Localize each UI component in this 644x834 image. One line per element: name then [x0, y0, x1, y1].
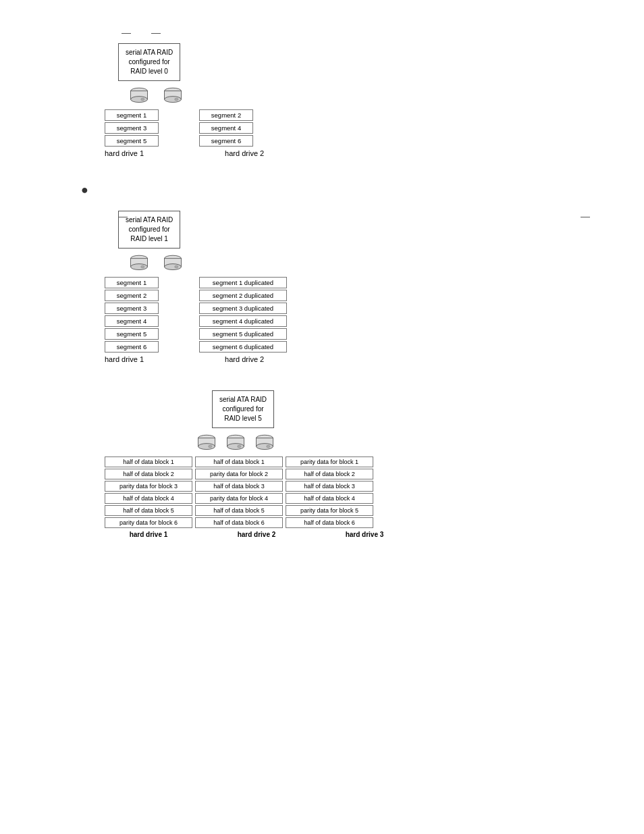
r1-seg-2-3: segment 3 duplicated [199, 303, 287, 314]
raid5-segments: half of data block 1 half of data block … [105, 457, 603, 528]
raid1-drives [128, 253, 603, 271]
raid1-drive2-icon [157, 253, 178, 271]
raid5-drive-labels: hard drive 1 hard drive 2 hard drive 3 [105, 531, 603, 538]
raid0-col1: segment 1 segment 3 segment 5 [105, 109, 159, 147]
raid1-line1: serial ATA RAID [126, 216, 173, 224]
raid5-drive3-label: hard drive 3 [321, 531, 408, 538]
raid1-segments: segment 1 segment 2 segment 3 segment 4 … [105, 277, 603, 353]
note-section: ● [81, 184, 603, 197]
raid5-drive1-label: hard drive 1 [105, 531, 192, 538]
raid0-line1: serial ATA RAID [126, 49, 173, 56]
r1-seg-1-4: segment 4 [105, 315, 159, 327]
raid0-line2: configured for [129, 58, 170, 66]
raid5-col2: half of data block 1 parity data for blo… [195, 457, 283, 528]
svg-point-27 [267, 445, 270, 448]
svg-point-14 [165, 264, 182, 270]
seg-2-1: segment 2 [199, 109, 253, 121]
raid1-col1: segment 1 segment 2 segment 3 segment 4 … [105, 277, 159, 353]
r5-c1-4: half of data block 4 [105, 493, 192, 504]
r1-seg-2-5: segment 5 duplicated [199, 328, 287, 340]
r5-c3-4: half of data block 4 [286, 493, 373, 504]
raid1-drive2-label: hard drive 2 [225, 355, 264, 363]
r5-c3-6: half of data block 6 [286, 517, 373, 528]
raid5-drive2-icon [225, 432, 246, 451]
raid5-col3: parity data for block 1 half of data blo… [286, 457, 373, 528]
raid0-drive-labels: hard drive 1 hard drive 2 [105, 149, 603, 157]
r5-c2-3: half of data block 3 [195, 481, 283, 492]
raid0-line3: RAID level 0 [130, 68, 168, 75]
raid0-col2: segment 2 segment 4 segment 6 [199, 109, 253, 147]
svg-point-19 [209, 445, 212, 448]
raid1-line3: RAID level 1 [130, 235, 168, 242]
raid0-drive2-icon [157, 85, 178, 104]
r5-c3-5: parity data for block 5 [286, 505, 373, 516]
dash-line-s1: — — [122, 27, 603, 38]
raid1-drive1-label: hard drive 1 [105, 355, 144, 363]
raid0-box: serial ATA RAID configured for RAID leve… [118, 43, 180, 81]
raid5-line1: serial ATA RAID [219, 396, 267, 403]
svg-point-18 [198, 444, 215, 450]
raid5-line2: configured for [222, 405, 263, 413]
raid5-drive2-label: hard drive 2 [213, 531, 300, 538]
raid1-line2: configured for [129, 226, 170, 233]
r5-c3-2: half of data block 2 [286, 469, 373, 479]
raid1-drive1-icon [128, 253, 150, 271]
raid5-drive1-icon [196, 432, 217, 451]
r5-c2-6: half of data block 6 [195, 517, 283, 528]
raid0-drives [128, 85, 603, 104]
raid0-segments: segment 1 segment 3 segment 5 segment 2 … [105, 109, 603, 147]
note-bullet: ● [81, 183, 88, 197]
raid5-drives [196, 432, 603, 451]
r5-c2-2: parity data for block 2 [195, 469, 283, 479]
raid0-box-container: serial ATA RAID configured for RAID leve… [118, 43, 603, 81]
raid5-box: serial ATA RAID configured for RAID leve… [212, 390, 274, 428]
dash1: — [122, 27, 131, 38]
section2-raid1: — — serial ATA RAID configured for RAID … [41, 211, 603, 363]
s2-top-dash: — [118, 211, 128, 221]
svg-point-11 [141, 265, 144, 268]
seg-1-1: segment 1 [105, 109, 159, 121]
raid0-drive2-label: hard drive 2 [225, 149, 264, 157]
r1-seg-2-2: segment 2 duplicated [199, 290, 287, 301]
svg-point-26 [257, 444, 273, 450]
svg-point-23 [238, 445, 241, 448]
r5-c3-1: parity data for block 1 [286, 457, 373, 467]
raid5-box-container: serial ATA RAID configured for RAID leve… [41, 390, 446, 428]
dash2: — [151, 27, 161, 38]
r1-seg-2-4: segment 4 duplicated [199, 315, 287, 327]
r1-seg-1-1: segment 1 [105, 277, 159, 288]
raid0-drive1-icon [128, 85, 150, 104]
seg-2-2: segment 4 [199, 122, 253, 134]
r5-c1-2: half of data block 2 [105, 469, 192, 479]
raid5-drive3-icon [254, 432, 275, 451]
svg-point-2 [131, 97, 148, 103]
r5-c1-5: half of data block 5 [105, 505, 192, 516]
r1-seg-1-5: segment 5 [105, 328, 159, 340]
svg-point-6 [165, 97, 182, 103]
r5-c1-3: parity data for block 3 [105, 481, 192, 492]
seg-1-3: segment 5 [105, 135, 159, 147]
r5-c1-6: parity data for block 6 [105, 517, 192, 528]
r1-seg-1-6: segment 6 [105, 341, 159, 353]
seg-2-3: segment 6 [199, 135, 253, 147]
svg-point-10 [131, 264, 148, 270]
page: — — serial ATA RAID configured for RAID … [0, 0, 644, 565]
seg-1-2: segment 3 [105, 122, 159, 134]
svg-point-22 [227, 444, 244, 450]
r5-c2-4: parity data for block 4 [195, 493, 283, 504]
raid1-drive-labels: hard drive 1 hard drive 2 [105, 355, 603, 363]
section3-raid5: serial ATA RAID configured for RAID leve… [41, 390, 603, 538]
raid1-box-container: serial ATA RAID configured for RAID leve… [118, 211, 603, 249]
raid5-col1: half of data block 1 half of data block … [105, 457, 192, 528]
s2-right-dash: — [581, 211, 590, 221]
svg-point-15 [175, 265, 178, 268]
r1-seg-1-2: segment 2 [105, 290, 159, 301]
section1-raid0: — — serial ATA RAID configured for RAID … [41, 27, 603, 157]
r1-seg-1-3: segment 3 [105, 303, 159, 314]
raid1-col2: segment 1 duplicated segment 2 duplicate… [199, 277, 287, 353]
r5-c2-5: half of data block 5 [195, 505, 283, 516]
r1-seg-2-6: segment 6 duplicated [199, 341, 287, 353]
svg-point-7 [175, 98, 178, 101]
svg-point-3 [141, 98, 144, 101]
r5-c1-1: half of data block 1 [105, 457, 192, 467]
